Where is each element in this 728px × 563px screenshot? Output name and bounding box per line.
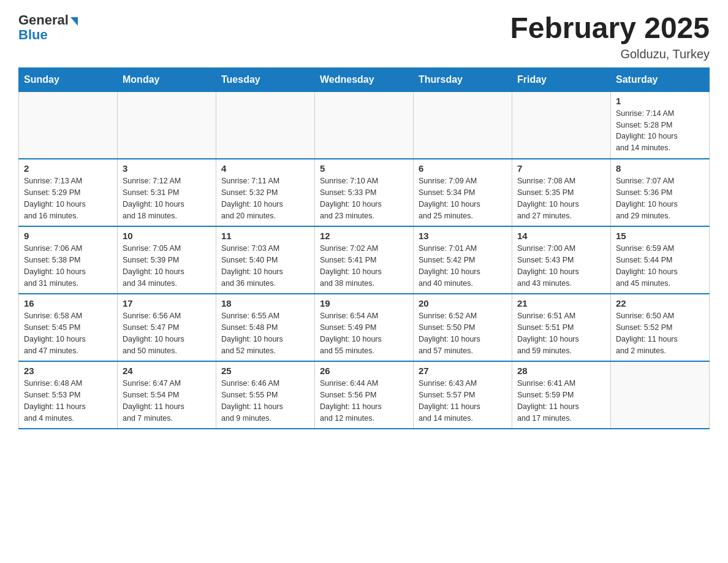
calendar-header: SundayMondayTuesdayWednesdayThursdayFrid… xyxy=(19,67,710,91)
day-number: 22 xyxy=(616,298,704,308)
calendar-body: 1Sunrise: 7:14 AM Sunset: 5:28 PM Daylig… xyxy=(19,91,710,429)
calendar-cell xyxy=(611,361,710,429)
day-info: Sunrise: 6:56 AM Sunset: 5:47 PM Dayligh… xyxy=(123,310,211,356)
day-number: 21 xyxy=(517,298,605,308)
calendar-cell: 27Sunrise: 6:43 AM Sunset: 5:57 PM Dayli… xyxy=(414,361,512,429)
calendar-week-2: 9Sunrise: 7:06 AM Sunset: 5:38 PM Daylig… xyxy=(19,226,710,294)
calendar-cell: 15Sunrise: 6:59 AM Sunset: 5:44 PM Dayli… xyxy=(611,226,710,294)
logo-blue-text: Blue xyxy=(18,27,48,43)
calendar-cell xyxy=(118,91,216,159)
day-number: 12 xyxy=(320,231,408,241)
day-number: 19 xyxy=(320,298,408,308)
day-number: 16 xyxy=(24,298,112,308)
calendar-cell: 5Sunrise: 7:10 AM Sunset: 5:33 PM Daylig… xyxy=(315,159,414,226)
calendar-cell: 1Sunrise: 7:14 AM Sunset: 5:28 PM Daylig… xyxy=(611,91,710,159)
day-info: Sunrise: 6:47 AM Sunset: 5:54 PM Dayligh… xyxy=(123,378,211,424)
day-info: Sunrise: 6:41 AM Sunset: 5:59 PM Dayligh… xyxy=(517,378,605,424)
day-info: Sunrise: 6:58 AM Sunset: 5:45 PM Dayligh… xyxy=(24,310,112,356)
day-number: 3 xyxy=(123,163,211,174)
day-number: 14 xyxy=(517,231,605,241)
calendar-cell: 7Sunrise: 7:08 AM Sunset: 5:35 PM Daylig… xyxy=(512,159,611,226)
day-info: Sunrise: 6:46 AM Sunset: 5:55 PM Dayligh… xyxy=(221,378,309,424)
calendar-cell: 22Sunrise: 6:50 AM Sunset: 5:52 PM Dayli… xyxy=(611,294,710,361)
calendar-cell: 2Sunrise: 7:13 AM Sunset: 5:29 PM Daylig… xyxy=(19,159,118,226)
calendar-cell xyxy=(512,91,611,159)
calendar-cell: 18Sunrise: 6:55 AM Sunset: 5:48 PM Dayli… xyxy=(216,294,315,361)
day-info: Sunrise: 7:00 AM Sunset: 5:43 PM Dayligh… xyxy=(517,243,605,289)
day-number: 28 xyxy=(517,366,605,376)
day-info: Sunrise: 7:10 AM Sunset: 5:33 PM Dayligh… xyxy=(320,175,408,221)
day-number: 17 xyxy=(123,298,211,308)
day-info: Sunrise: 6:43 AM Sunset: 5:57 PM Dayligh… xyxy=(419,378,507,424)
day-number: 13 xyxy=(419,231,507,241)
calendar-cell: 16Sunrise: 6:58 AM Sunset: 5:45 PM Dayli… xyxy=(19,294,118,361)
day-info: Sunrise: 7:11 AM Sunset: 5:32 PM Dayligh… xyxy=(221,175,309,221)
calendar-cell xyxy=(216,91,315,159)
calendar-cell: 25Sunrise: 6:46 AM Sunset: 5:55 PM Dayli… xyxy=(216,361,315,429)
calendar-cell: 23Sunrise: 6:48 AM Sunset: 5:53 PM Dayli… xyxy=(19,361,118,429)
calendar-cell: 26Sunrise: 6:44 AM Sunset: 5:56 PM Dayli… xyxy=(315,361,414,429)
page-header: General Blue February 2025 Golduzu, Turk… xyxy=(18,12,710,61)
calendar-cell: 4Sunrise: 7:11 AM Sunset: 5:32 PM Daylig… xyxy=(216,159,315,226)
day-info: Sunrise: 6:50 AM Sunset: 5:52 PM Dayligh… xyxy=(616,310,704,356)
day-info: Sunrise: 7:08 AM Sunset: 5:35 PM Dayligh… xyxy=(517,175,605,221)
calendar-cell: 24Sunrise: 6:47 AM Sunset: 5:54 PM Dayli… xyxy=(118,361,216,429)
day-number: 24 xyxy=(123,366,211,376)
calendar-cell: 13Sunrise: 7:01 AM Sunset: 5:42 PM Dayli… xyxy=(414,226,512,294)
header-day-tuesday: Tuesday xyxy=(216,67,315,91)
calendar-week-0: 1Sunrise: 7:14 AM Sunset: 5:28 PM Daylig… xyxy=(19,91,710,159)
day-info: Sunrise: 6:59 AM Sunset: 5:44 PM Dayligh… xyxy=(616,243,704,289)
logo-arrow-icon xyxy=(70,17,78,26)
day-number: 7 xyxy=(517,163,605,174)
calendar-cell: 10Sunrise: 7:05 AM Sunset: 5:39 PM Dayli… xyxy=(118,226,216,294)
calendar-cell: 17Sunrise: 6:56 AM Sunset: 5:47 PM Dayli… xyxy=(118,294,216,361)
day-number: 26 xyxy=(320,366,408,376)
calendar-cell: 9Sunrise: 7:06 AM Sunset: 5:38 PM Daylig… xyxy=(19,226,118,294)
day-number: 5 xyxy=(320,163,408,174)
day-info: Sunrise: 7:07 AM Sunset: 5:36 PM Dayligh… xyxy=(616,175,704,221)
calendar-cell: 14Sunrise: 7:00 AM Sunset: 5:43 PM Dayli… xyxy=(512,226,611,294)
day-info: Sunrise: 6:48 AM Sunset: 5:53 PM Dayligh… xyxy=(24,378,112,424)
header-day-sunday: Sunday xyxy=(19,67,118,91)
day-number: 9 xyxy=(24,231,112,241)
day-info: Sunrise: 6:52 AM Sunset: 5:50 PM Dayligh… xyxy=(419,310,507,356)
day-info: Sunrise: 6:55 AM Sunset: 5:48 PM Dayligh… xyxy=(221,310,309,356)
calendar-cell xyxy=(414,91,512,159)
day-info: Sunrise: 7:13 AM Sunset: 5:29 PM Dayligh… xyxy=(24,175,112,221)
calendar-cell: 28Sunrise: 6:41 AM Sunset: 5:59 PM Dayli… xyxy=(512,361,611,429)
calendar-week-1: 2Sunrise: 7:13 AM Sunset: 5:29 PM Daylig… xyxy=(19,159,710,226)
calendar-cell: 11Sunrise: 7:03 AM Sunset: 5:40 PM Dayli… xyxy=(216,226,315,294)
calendar-cell: 3Sunrise: 7:12 AM Sunset: 5:31 PM Daylig… xyxy=(118,159,216,226)
day-info: Sunrise: 6:51 AM Sunset: 5:51 PM Dayligh… xyxy=(517,310,605,356)
header-day-monday: Monday xyxy=(118,67,216,91)
day-info: Sunrise: 7:06 AM Sunset: 5:38 PM Dayligh… xyxy=(24,243,112,289)
calendar-cell: 6Sunrise: 7:09 AM Sunset: 5:34 PM Daylig… xyxy=(414,159,512,226)
day-info: Sunrise: 7:12 AM Sunset: 5:31 PM Dayligh… xyxy=(123,175,211,221)
day-info: Sunrise: 7:01 AM Sunset: 5:42 PM Dayligh… xyxy=(419,243,507,289)
day-number: 18 xyxy=(221,298,309,308)
header-day-saturday: Saturday xyxy=(611,67,710,91)
calendar-cell xyxy=(315,91,414,159)
calendar-cell: 12Sunrise: 7:02 AM Sunset: 5:41 PM Dayli… xyxy=(315,226,414,294)
day-number: 1 xyxy=(616,96,704,106)
day-number: 20 xyxy=(419,298,507,308)
day-number: 8 xyxy=(616,163,704,174)
logo-general-text: General xyxy=(18,12,69,28)
day-info: Sunrise: 6:44 AM Sunset: 5:56 PM Dayligh… xyxy=(320,378,408,424)
location-text: Golduzu, Turkey xyxy=(510,47,710,61)
day-number: 27 xyxy=(419,366,507,376)
day-number: 23 xyxy=(24,366,112,376)
day-info: Sunrise: 7:14 AM Sunset: 5:28 PM Dayligh… xyxy=(616,108,704,154)
logo: General Blue xyxy=(18,12,78,43)
day-number: 11 xyxy=(221,231,309,241)
header-day-wednesday: Wednesday xyxy=(315,67,414,91)
day-info: Sunrise: 7:09 AM Sunset: 5:34 PM Dayligh… xyxy=(419,175,507,221)
calendar-table: SundayMondayTuesdayWednesdayThursdayFrid… xyxy=(18,67,710,430)
day-number: 25 xyxy=(221,366,309,376)
calendar-cell xyxy=(19,91,118,159)
calendar-cell: 20Sunrise: 6:52 AM Sunset: 5:50 PM Dayli… xyxy=(414,294,512,361)
day-info: Sunrise: 7:02 AM Sunset: 5:41 PM Dayligh… xyxy=(320,243,408,289)
header-day-thursday: Thursday xyxy=(414,67,512,91)
header-row: SundayMondayTuesdayWednesdayThursdayFrid… xyxy=(19,67,710,91)
calendar-cell: 21Sunrise: 6:51 AM Sunset: 5:51 PM Dayli… xyxy=(512,294,611,361)
